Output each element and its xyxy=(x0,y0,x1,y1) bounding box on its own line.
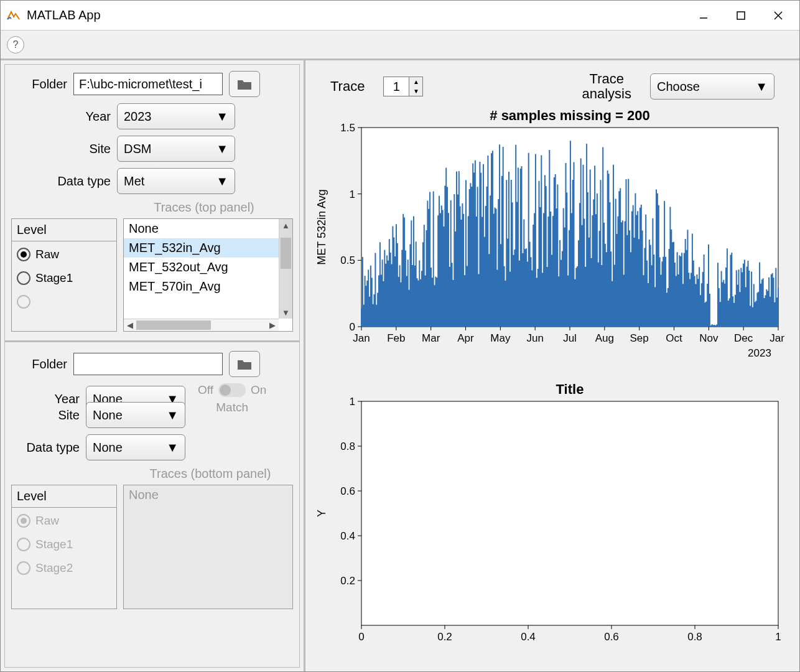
match-label: Match xyxy=(216,401,248,414)
svg-text:1.5: 1.5 xyxy=(340,122,355,134)
level-header-top: Level xyxy=(12,219,116,241)
radio-raw-label: Raw xyxy=(35,248,59,261)
chevron-down-icon: ▼ xyxy=(216,142,228,156)
svg-text:May: May xyxy=(490,332,511,344)
svg-text:Y: Y xyxy=(315,510,328,517)
level-radio-stage1-top[interactable]: Stage1 xyxy=(17,271,111,285)
site-label-top: Site xyxy=(11,142,117,156)
scroll-down-icon[interactable]: ▼ xyxy=(279,306,292,319)
top-plot[interactable]: # samples missing = 20000.511.5MET 532in… xyxy=(312,109,793,370)
close-button[interactable] xyxy=(760,3,797,28)
svg-text:Jan: Jan xyxy=(770,332,784,344)
radio-stage1-label-b: Stage1 xyxy=(35,538,73,551)
site-dropdown-top[interactable]: DSM▼ xyxy=(117,136,235,162)
app-icon xyxy=(3,6,23,26)
spinner-down-icon[interactable]: ▼ xyxy=(409,86,422,96)
svg-text:Sep: Sep xyxy=(630,332,649,344)
list-scrollbar-vertical[interactable]: ▲ ▼ xyxy=(279,219,292,319)
toggle-on-label: On xyxy=(251,383,266,397)
svg-rect-43 xyxy=(361,401,778,625)
svg-text:MET 532in Avg: MET 532in Avg xyxy=(315,190,328,265)
level-radio-raw-top[interactable]: Raw xyxy=(17,248,111,261)
browse-folder-button-top[interactable] xyxy=(229,71,260,97)
svg-rect-1 xyxy=(737,12,745,19)
traces-listbox-top[interactable]: None MET_532in_Avg MET_532out_Avg MET_57… xyxy=(123,218,293,332)
list-item[interactable]: MET_532out_Avg xyxy=(124,258,292,277)
svg-text:Nov: Nov xyxy=(699,332,719,344)
plot-top-svg: # samples missing = 20000.511.5MET 532in… xyxy=(312,109,784,370)
svg-text:1: 1 xyxy=(775,631,781,643)
spinner-up-icon[interactable]: ▲ xyxy=(409,77,422,86)
trace-spinner[interactable]: 1 ▲▼ xyxy=(383,77,423,96)
trace-analysis-dropdown[interactable]: Choose▼ xyxy=(650,73,774,100)
level-box-bottom: Level Raw Stage1 Stage2 xyxy=(11,485,117,609)
svg-text:0.8: 0.8 xyxy=(340,441,355,452)
dtype-dropdown-top[interactable]: Met▼ xyxy=(117,168,235,194)
site-value-top: DSM xyxy=(124,142,151,156)
chevron-down-icon: ▼ xyxy=(166,408,179,422)
svg-text:Jun: Jun xyxy=(526,332,543,344)
dtype-label-top: Data type xyxy=(11,174,117,189)
folder-label: Folder xyxy=(11,77,73,91)
minimize-button[interactable] xyxy=(685,3,722,28)
chevron-down-icon: ▼ xyxy=(216,110,228,124)
radio-raw-label-b: Raw xyxy=(35,514,59,528)
list-item[interactable]: MET_532in_Avg xyxy=(124,238,292,258)
window-buttons xyxy=(685,3,797,28)
scroll-thumb[interactable] xyxy=(281,238,291,269)
dtype-label-bottom: Data type xyxy=(11,441,86,455)
match-toggle[interactable] xyxy=(218,383,246,397)
scroll-right-icon[interactable]: ▶ xyxy=(266,320,279,330)
svg-text:0.6: 0.6 xyxy=(340,485,355,497)
toggle-off-label: Off xyxy=(198,383,213,397)
right-column: Trace 1 ▲▼ Trace analysis Choose▼ # samp… xyxy=(305,60,799,671)
scroll-left-icon[interactable]: ◀ xyxy=(124,320,136,330)
chevron-down-icon: ▼ xyxy=(216,174,228,189)
level-header-bottom: Level xyxy=(12,485,116,508)
toolbar: ? xyxy=(1,30,799,59)
site-dropdown-bottom[interactable]: None▼ xyxy=(86,402,185,428)
list-item[interactable]: None xyxy=(124,219,292,238)
svg-text:1: 1 xyxy=(350,189,355,200)
traces-bottom-label: Traces (bottom panel) xyxy=(129,467,291,481)
window-title: MATLAB App xyxy=(27,8,685,22)
svg-text:0.4: 0.4 xyxy=(521,631,536,643)
svg-text:0.8: 0.8 xyxy=(687,631,702,643)
scroll-thumb-h[interactable] xyxy=(136,320,211,330)
list-scrollbar-horizontal[interactable]: ◀ ▶ xyxy=(124,319,279,331)
dtype-value-bottom: None xyxy=(93,441,123,455)
level-radio-stage1-bottom: Stage1 xyxy=(17,538,111,551)
svg-text:Aug: Aug xyxy=(595,332,614,344)
svg-text:Apr: Apr xyxy=(457,332,474,344)
bottom-plot[interactable]: Title0.20.40.60.81Y00.20.40.60.81 xyxy=(312,383,793,650)
dtype-dropdown-bottom[interactable]: None▼ xyxy=(86,434,185,460)
titlebar: MATLAB App xyxy=(1,1,799,30)
svg-text:Dec: Dec xyxy=(734,332,753,344)
top-config-panel: Folder Year 2023▼ Site DSM▼ Data type Me… xyxy=(4,64,300,342)
bottom-config-panel: Folder Year None▼ Off On xyxy=(4,342,300,668)
trace-spinner-label: Trace xyxy=(330,78,365,95)
help-button[interactable]: ? xyxy=(7,36,24,54)
content-area: Folder Year 2023▼ Site DSM▼ Data type Me… xyxy=(1,59,799,671)
year-value-top: 2023 xyxy=(124,110,152,124)
svg-text:Jan: Jan xyxy=(353,332,370,344)
scroll-up-icon[interactable]: ▲ xyxy=(279,219,292,231)
year-dropdown-top[interactable]: 2023▼ xyxy=(117,103,235,129)
maximize-button[interactable] xyxy=(722,3,760,28)
svg-text:0: 0 xyxy=(350,321,355,333)
svg-text:0.2: 0.2 xyxy=(340,575,355,587)
svg-text:0.4: 0.4 xyxy=(340,530,355,542)
year-label-bottom: Year xyxy=(11,392,86,406)
folder-icon xyxy=(237,358,252,370)
svg-text:0.5: 0.5 xyxy=(340,255,355,267)
left-column: Folder Year 2023▼ Site DSM▼ Data type Me… xyxy=(1,60,305,671)
svg-text:0.6: 0.6 xyxy=(604,631,619,643)
folder-input-bottom[interactable] xyxy=(73,353,223,375)
list-item: None xyxy=(124,485,292,505)
analysis-value: Choose xyxy=(657,80,700,94)
browse-folder-button-bottom[interactable] xyxy=(229,351,260,377)
plot-bottom-svg: Title0.20.40.60.81Y00.20.40.60.81 xyxy=(312,383,784,650)
folder-input-top[interactable] xyxy=(73,73,223,95)
trace-analysis-label: Trace analysis xyxy=(582,72,631,101)
list-item[interactable]: MET_570in_Avg xyxy=(124,277,292,296)
